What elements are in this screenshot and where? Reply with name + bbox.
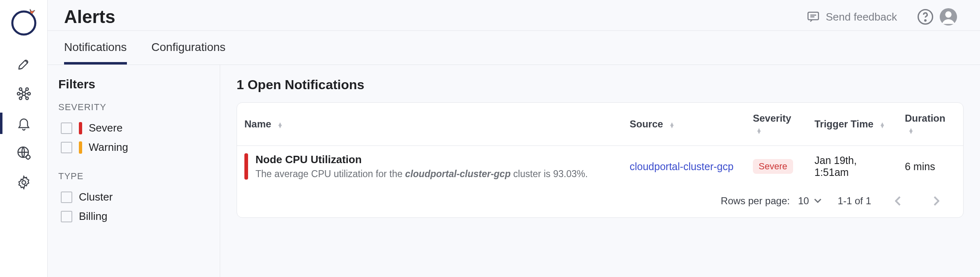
column-label: Severity	[753, 113, 791, 124]
rows-per-page-value: 10	[798, 195, 809, 207]
svg-point-2	[17, 92, 20, 95]
filter-label: Warning	[89, 141, 128, 154]
column-header-name[interactable]: Name ▲▼	[237, 103, 622, 146]
svg-point-10	[22, 181, 25, 185]
filter-group-severity: SEVERITY Severe Warning	[58, 102, 209, 157]
logo-icon	[9, 7, 39, 37]
column-header-source[interactable]: Source ▲▼	[622, 103, 745, 146]
column-header-severity[interactable]: Severity ▲▼	[745, 103, 807, 146]
svg-point-6	[19, 97, 21, 99]
vnav-item-settings[interactable]	[0, 168, 48, 197]
rows-per-page-select[interactable]: 10	[798, 195, 821, 207]
vnav-item-network[interactable]	[0, 79, 48, 108]
chevron-right-icon	[933, 196, 939, 206]
svg-point-15	[945, 12, 951, 18]
help-button[interactable]	[916, 7, 935, 26]
tab-configurations[interactable]: Configurations	[152, 31, 226, 65]
row-trigger-time: Jan 19th, 1:51am	[814, 155, 857, 178]
row-description: The average CPU utilization for the clou…	[255, 169, 588, 180]
severity-badge: Severe	[753, 159, 793, 174]
chevron-down-icon	[814, 199, 821, 203]
svg-point-4	[19, 88, 21, 90]
checkbox-icon[interactable]	[61, 142, 72, 153]
severity-bar-icon	[79, 141, 82, 154]
filter-billing[interactable]: Billing	[58, 207, 209, 226]
send-feedback-button[interactable]: Send feedback	[806, 10, 897, 24]
main-column: Alerts Send feedback Notifications Confi…	[48, 0, 980, 277]
row-name: Node CPU Utilization	[255, 153, 588, 166]
notifications-table: Name ▲▼ Source ▲▼ Severity ▲▼	[237, 103, 963, 187]
pagination: Rows per page: 10 1-1 of 1	[237, 187, 963, 217]
filters-title: Filters	[58, 77, 209, 91]
svg-point-13	[925, 20, 926, 21]
sort-icon: ▲▼	[277, 122, 283, 127]
avatar-icon	[939, 7, 958, 26]
row-source-link[interactable]: cloudportal-cluster-gcp	[630, 161, 734, 172]
svg-point-5	[25, 88, 28, 90]
message-icon	[806, 10, 820, 24]
vnav-item-alerts[interactable]	[0, 108, 48, 138]
filter-label: Billing	[79, 210, 107, 223]
sort-icon: ▲▼	[669, 122, 675, 127]
sort-icon: ▲▼	[879, 122, 885, 127]
row-duration: 6 mins	[905, 161, 935, 172]
checkbox-icon[interactable]	[61, 192, 72, 203]
filter-group-label: SEVERITY	[58, 102, 209, 113]
table-row[interactable]: Node CPU Utilization The average CPU uti…	[237, 146, 963, 187]
severity-bar-icon	[79, 122, 82, 134]
vnav-item-launch[interactable]	[0, 49, 48, 79]
column-label: Trigger Time	[814, 118, 874, 129]
svg-point-1	[22, 92, 25, 95]
filters-panel: Filters SEVERITY Severe Warning	[48, 65, 220, 277]
filter-label: Cluster	[79, 191, 113, 203]
sort-icon: ▲▼	[756, 128, 762, 133]
checkbox-icon[interactable]	[61, 211, 72, 222]
help-icon	[917, 8, 934, 25]
notifications-content: 1 Open Notifications Name ▲▼ Source	[220, 65, 980, 277]
checkbox-icon[interactable]	[61, 122, 72, 134]
column-header-duration[interactable]: Duration ▲▼	[897, 103, 963, 146]
filter-severe[interactable]: Severe	[58, 118, 209, 138]
column-header-trigger-time[interactable]: Trigger Time ▲▼	[807, 103, 897, 146]
send-feedback-label: Send feedback	[826, 11, 897, 23]
page-range-label: 1-1 of 1	[838, 195, 871, 207]
page-next-button[interactable]	[925, 196, 947, 206]
svg-point-7	[25, 97, 28, 99]
svg-point-0	[12, 12, 35, 35]
rows-per-page-label: Rows per page:	[721, 195, 790, 207]
svg-point-9	[26, 155, 30, 159]
column-label: Name	[244, 118, 271, 129]
filter-warning[interactable]: Warning	[58, 138, 209, 157]
column-label: Source	[630, 118, 663, 129]
tabs: Notifications Configurations	[48, 31, 980, 65]
notifications-heading: 1 Open Notifications	[237, 77, 964, 92]
filter-cluster[interactable]: Cluster	[58, 187, 209, 207]
chevron-left-icon	[895, 196, 902, 206]
column-label: Duration	[905, 113, 945, 124]
filter-label: Severe	[89, 122, 122, 134]
vertical-nav	[0, 0, 48, 277]
filter-group-type: TYPE Cluster Billing	[58, 171, 209, 226]
severity-bar-icon	[244, 153, 248, 180]
filter-group-label: TYPE	[58, 171, 209, 182]
svg-point-3	[28, 92, 30, 95]
vnav-item-globe[interactable]	[0, 138, 48, 168]
topbar: Alerts Send feedback	[48, 0, 980, 31]
notifications-table-card: Name ▲▼ Source ▲▼ Severity ▲▼	[237, 102, 964, 218]
page-title: Alerts	[64, 7, 115, 27]
sort-icon: ▲▼	[908, 128, 914, 133]
svg-rect-11	[808, 12, 819, 20]
avatar-button[interactable]	[939, 7, 958, 26]
page-prev-button[interactable]	[888, 196, 909, 206]
tab-notifications[interactable]: Notifications	[64, 31, 127, 65]
